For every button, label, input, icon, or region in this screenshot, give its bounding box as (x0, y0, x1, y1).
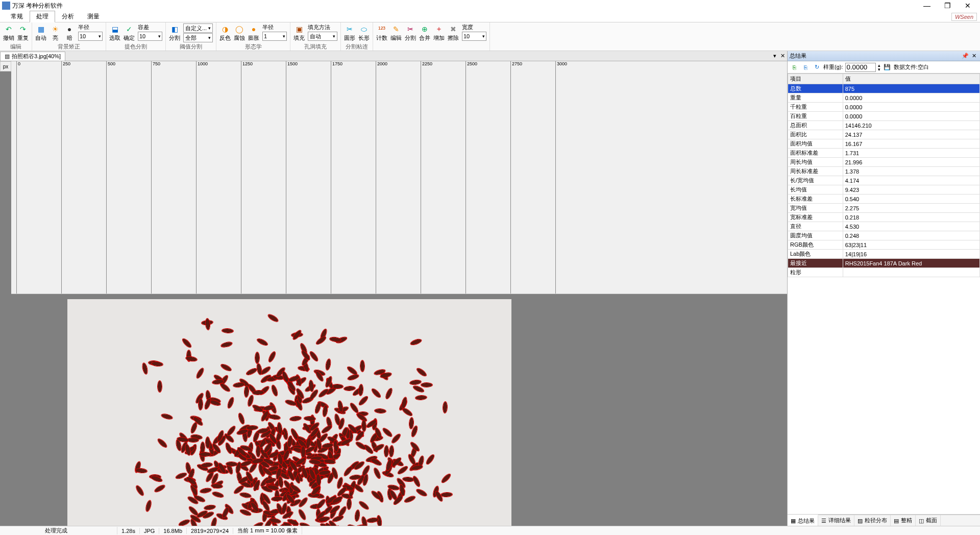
result-row[interactable]: 圆度均值0.248 (788, 231, 980, 240)
export-excel-icon[interactable]: ⎘ (790, 63, 799, 72)
results-tabbar: ▦总结果☰详细结果▨粒径分布▤整精◫截面 (788, 515, 980, 526)
tool-亮[interactable]: ☀亮 (48, 23, 62, 43)
result-row[interactable]: 长均值9.423 (788, 185, 980, 194)
panel-pin-icon[interactable]: 📌 (960, 53, 970, 59)
result-row[interactable]: 面积均值16.167 (788, 139, 980, 149)
tool-重复[interactable]: ↷重复 (16, 23, 30, 43)
result-row[interactable]: 最接近RHS2015Fan4 187A Dark Red (788, 259, 980, 268)
tool-腐蚀[interactable]: ◯腐蚀 (233, 23, 246, 43)
status-format: JPG (140, 528, 159, 534)
tool-确定[interactable]: ✓确定 (122, 23, 136, 43)
ruler-corner: px (0, 61, 11, 71)
ruler-horizontal: 0250500750100012501500175020002250250027… (11, 61, 787, 294)
result-row[interactable]: 直径4.530 (788, 222, 980, 231)
menu-tab-测量[interactable]: 测量 (81, 11, 106, 22)
status-filesize: 16.8Mb (159, 528, 187, 534)
status-scale: 当前 1 mm = 10.00 像素 (233, 527, 302, 534)
save-icon[interactable]: 💾 (883, 63, 892, 72)
weight-input[interactable] (845, 63, 876, 72)
ribbon-toolbar: ↶撤销↷重复编辑▦自动☀亮●暗半径10背景矫正⬓选取✓确定容差10提色分割◧分割… (0, 22, 980, 51)
tool-编辑[interactable]: ✎编辑 (389, 23, 403, 43)
results-panel: 总结果 📌 ✕ ⎘ ⎘ ↻ 样重(g): ▴▾ 💾 数据文件:空白 项目值总数8… (787, 51, 980, 526)
result-row[interactable]: 周长均值21.996 (788, 158, 980, 167)
tool-长形[interactable]: ⬭长形 (357, 23, 371, 43)
doc-dropdown[interactable]: ▾ (771, 53, 778, 59)
tool-撤销[interactable]: ↶撤销 (2, 23, 15, 43)
tool-选取[interactable]: ⬓选取 (108, 23, 121, 43)
status-message: 处理完成 (41, 527, 117, 534)
result-row[interactable]: 周长标准差1.378 (788, 167, 980, 176)
panel-title: 总结果 (790, 52, 806, 60)
tool-分割[interactable]: ◧分割 (168, 23, 181, 43)
result-row[interactable]: 千粒重0.0000 (788, 103, 980, 112)
result-row[interactable]: 总数875 (788, 84, 980, 93)
menu-tab-常规[interactable]: 常规 (4, 11, 30, 22)
tool-分割[interactable]: ✂分割 (404, 23, 417, 43)
titlebar: 万深 考种分析软件 — ❐ ✕ (0, 0, 980, 11)
result-row[interactable]: 面积比24.137 (788, 130, 980, 139)
tool-填充[interactable]: ▣填充 (292, 23, 306, 43)
brand-badge: WSeen (951, 13, 977, 21)
doc-close[interactable]: ✕ (778, 53, 787, 59)
tool-擦除[interactable]: ✖擦除 (447, 23, 460, 43)
result-row[interactable]: RGB颜色63|23|11 (788, 240, 980, 250)
result-row[interactable]: 宽均值2.275 (788, 204, 980, 213)
tool-膨胀[interactable]: ●膨胀 (247, 23, 260, 43)
tool-合并[interactable]: ⊕合并 (418, 23, 431, 43)
tool-圆形[interactable]: ✂圆形 (343, 23, 356, 43)
datafile-label: 数据文件:空白 (894, 63, 929, 71)
refresh-icon[interactable]: ↻ (812, 63, 821, 72)
result-tab-详细结果[interactable]: ☰详细结果 (818, 515, 854, 526)
app-icon (2, 2, 10, 10)
result-row[interactable]: Lab颜色14|19|16 (788, 250, 980, 259)
status-time: 1.28s (117, 528, 140, 534)
analyzed-image (67, 299, 511, 526)
col-value: 值 (843, 74, 979, 84)
weight-spinner[interactable]: ▴▾ (878, 63, 880, 71)
document-tab[interactable]: ▥ 拍照稻谷3.jpg[40%] (0, 52, 65, 61)
document-tabbar: ▥ 拍照稻谷3.jpg[40%] ▾ ✕ (0, 51, 787, 61)
result-row[interactable]: 长标准差0.540 (788, 194, 980, 204)
tool-暗[interactable]: ●暗 (63, 23, 76, 43)
result-row[interactable]: 长/宽均值4.174 (788, 176, 980, 185)
result-tab-粒径分布[interactable]: ▨粒径分布 (854, 515, 891, 526)
result-row[interactable]: 百粒重0.0000 (788, 112, 980, 121)
result-tab-总结果[interactable]: ▦总结果 (788, 515, 818, 526)
doc-icon: ▥ (5, 53, 10, 60)
result-row[interactable]: 粒形 (788, 268, 980, 277)
maximize-button[interactable]: ❐ (937, 1, 958, 11)
tool-自动[interactable]: ▦自动 (34, 23, 47, 43)
minimize-button[interactable]: — (917, 1, 937, 11)
result-row[interactable]: 总面积14146.210 (788, 121, 980, 130)
export-icon[interactable]: ⎘ (801, 63, 810, 72)
tool-增加[interactable]: ＋增加 (432, 23, 446, 43)
result-row[interactable]: 面积标准差1.731 (788, 149, 980, 158)
tool-反色[interactable]: ◑反色 (218, 23, 232, 43)
menubar: 常规处理分析测量 WSeen (0, 11, 980, 22)
col-item: 项目 (788, 74, 843, 84)
weight-label: 样重(g): (823, 63, 843, 71)
statusbar: 处理完成 1.28s JPG 16.8Mb 2819×2079×24 当前 1 … (0, 526, 980, 535)
result-row[interactable]: 宽标准差0.218 (788, 213, 980, 222)
results-table[interactable]: 项目值总数875重量0.0000千粒重0.0000百粒重0.0000总面积141… (788, 74, 980, 515)
tool-计数[interactable]: ¹²³计数 (375, 23, 388, 43)
status-dimensions: 2819×2079×24 (187, 528, 233, 534)
menu-tab-分析[interactable]: 分析 (55, 11, 81, 22)
image-canvas[interactable] (11, 294, 787, 526)
result-row[interactable]: 重量0.0000 (788, 93, 980, 103)
result-tab-截面[interactable]: ◫截面 (916, 515, 941, 526)
panel-close-icon[interactable]: ✕ (970, 53, 978, 59)
result-tab-整精[interactable]: ▤整精 (891, 515, 916, 526)
window-title: 万深 考种分析软件 (12, 2, 63, 10)
menu-tab-处理[interactable]: 处理 (30, 11, 55, 22)
close-button[interactable]: ✕ (958, 1, 978, 11)
